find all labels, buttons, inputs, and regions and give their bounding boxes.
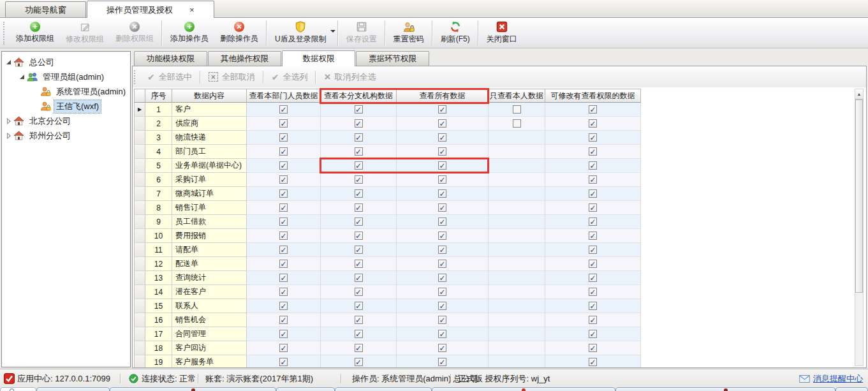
checkbox-checked[interactable]: ✓ [279, 189, 288, 198]
row-selector-cell[interactable] [134, 341, 145, 355]
window-tab-function-nav[interactable]: 功能导航窗 [5, 1, 86, 17]
checkbox-checked[interactable]: ✓ [279, 358, 288, 366]
tree-item-admin-group[interactable]: 管理员组(admin) [2, 70, 130, 84]
checkbox-checked[interactable]: ✓ [438, 218, 446, 226]
perm-tab-ticket-perm[interactable]: 票据环节权限 [356, 51, 429, 66]
checkbox-checked[interactable]: ✓ [355, 274, 363, 282]
checkbox-checked[interactable]: ✓ [438, 344, 446, 352]
checkbox-checked[interactable]: ✓ [589, 218, 597, 226]
checkbox-checked[interactable]: ✓ [355, 288, 363, 296]
selection-button-select-all[interactable]: ✔全部选中 [141, 71, 198, 83]
checkbox-checked[interactable]: ✓ [279, 344, 288, 352]
checkbox-checked[interactable]: ✓ [438, 330, 446, 338]
checkbox-checked[interactable]: ✓ [438, 175, 446, 184]
checkbox-checked[interactable]: ✓ [279, 330, 288, 338]
row-selector-cell[interactable] [134, 215, 145, 229]
tree-item-beijing-branch[interactable]: 北京分公司 [2, 114, 130, 128]
checkbox-checked[interactable]: ✓ [279, 203, 288, 212]
checkbox-checked[interactable]: ✓ [589, 203, 597, 212]
checkbox-checked[interactable]: ✓ [355, 147, 363, 156]
grid-column-header[interactable]: 只查看本人数据 [489, 89, 545, 103]
toolbar-button-delete-operator[interactable]: ×删除操作员 [214, 19, 264, 47]
row-selector-cell[interactable] [134, 257, 145, 271]
checkbox-checked[interactable]: ✓ [589, 232, 597, 240]
window-tab-operator-mgmt[interactable]: 操作员管理及授权× [87, 1, 214, 18]
selection-toolbar-grip[interactable] [134, 70, 138, 84]
checkbox-unchecked[interactable] [513, 105, 521, 114]
dock-segment[interactable] [335, 387, 432, 391]
vertical-scrollbar[interactable]: ▲ [855, 89, 864, 366]
checkbox-checked[interactable]: ✓ [438, 161, 446, 170]
row-selector-cell[interactable] [134, 187, 145, 201]
checkbox-checked[interactable]: ✓ [589, 316, 597, 324]
checkbox-checked[interactable]: ✓ [355, 232, 363, 240]
checkbox-checked[interactable]: ✓ [438, 246, 446, 254]
toolbar-button-ushield-login-limit[interactable]: U盾及登录限制 [269, 19, 335, 47]
checkbox-checked[interactable]: ✓ [438, 105, 446, 114]
toolbar-button-close-window[interactable]: 关闭窗口 [481, 19, 523, 47]
toolbar-grip[interactable] [3, 22, 7, 45]
checkbox-checked[interactable]: ✓ [279, 119, 288, 128]
grid-column-header[interactable]: 查看本部门人员数据 [247, 89, 321, 103]
checkbox-checked[interactable]: ✓ [355, 161, 363, 170]
scroll-up-button[interactable]: ▲ [855, 89, 863, 100]
checkbox-checked[interactable]: ✓ [279, 246, 288, 254]
toolbar-button-add-operator[interactable]: +添加操作员 [165, 19, 214, 47]
message-center-link[interactable]: 消息提醒中心 [813, 373, 863, 385]
checkbox-checked[interactable]: ✓ [279, 302, 288, 310]
chevron-down-icon[interactable] [330, 30, 335, 33]
dock-segment[interactable] [615, 387, 835, 391]
checkbox-checked[interactable]: ✓ [355, 175, 363, 184]
checkbox-checked[interactable]: ✓ [438, 232, 446, 240]
checkbox-unchecked[interactable] [513, 119, 521, 128]
row-selector-cell[interactable] [134, 229, 145, 243]
checkbox-checked[interactable]: ✓ [438, 147, 446, 156]
checkbox-checked[interactable]: ✓ [355, 302, 363, 310]
tree-expander[interactable] [4, 60, 13, 64]
expander-expanded-icon[interactable] [6, 60, 11, 64]
expander-collapsed-icon[interactable] [7, 133, 11, 139]
expander-collapsed-icon[interactable] [7, 118, 11, 124]
checkbox-checked[interactable]: ✓ [355, 105, 363, 114]
checkbox-checked[interactable]: ✓ [589, 105, 597, 114]
checkbox-checked[interactable]: ✓ [438, 119, 446, 128]
expander-expanded-icon[interactable] [20, 75, 24, 79]
tree-item-zhengzhou-branch[interactable]: 郑州分公司 [2, 128, 130, 143]
checkbox-checked[interactable]: ✓ [279, 260, 288, 268]
toolbar-button-delete-permission-group[interactable]: ×删除权限组 [110, 19, 159, 47]
checkbox-checked[interactable]: ✓ [355, 330, 363, 338]
perm-tab-data-perm[interactable]: 数据权限 [282, 50, 355, 66]
checkbox-checked[interactable]: ✓ [589, 288, 597, 296]
checkbox-checked[interactable]: ✓ [355, 218, 363, 226]
row-selector-cell[interactable]: ▶ [134, 103, 145, 117]
dock-segment[interactable] [0, 387, 36, 391]
row-selector-cell[interactable] [134, 159, 145, 173]
checkbox-checked[interactable]: ✓ [279, 274, 288, 282]
checkbox-checked[interactable]: ✓ [355, 246, 363, 254]
dock-segment[interactable] [432, 387, 615, 391]
checkbox-checked[interactable]: ✓ [279, 133, 288, 142]
perm-tab-module-perm[interactable]: 功能模块权限 [134, 51, 207, 66]
checkbox-checked[interactable]: ✓ [589, 274, 597, 282]
row-selector-cell[interactable] [134, 117, 145, 131]
checkbox-checked[interactable]: ✓ [589, 147, 597, 156]
checkbox-checked[interactable]: ✓ [438, 358, 446, 366]
checkbox-checked[interactable]: ✓ [589, 246, 597, 254]
checkbox-checked[interactable]: ✓ [279, 161, 288, 170]
checkbox-checked[interactable]: ✓ [279, 288, 288, 296]
row-selector-cell[interactable] [134, 201, 145, 215]
dock-segment[interactable] [835, 387, 868, 391]
row-selector-cell[interactable] [134, 271, 145, 285]
toolbar-button-add-permission-group[interactable]: +添加权限组 [10, 19, 60, 47]
checkbox-checked[interactable]: ✓ [355, 119, 363, 128]
checkbox-checked[interactable]: ✓ [355, 189, 363, 198]
checkbox-checked[interactable]: ✓ [589, 302, 597, 310]
scrollbar-thumb[interactable] [855, 100, 863, 293]
checkbox-checked[interactable]: ✓ [279, 232, 288, 240]
grid-column-header[interactable]: 查看本分支机构数据 [321, 89, 397, 103]
checkbox-checked[interactable]: ✓ [589, 330, 597, 338]
checkbox-checked[interactable]: ✓ [589, 119, 597, 128]
tree-item-wang-xinfei[interactable]: 王信飞(wxf) [2, 99, 130, 114]
row-selector-cell[interactable] [134, 131, 145, 145]
checkbox-checked[interactable]: ✓ [438, 260, 446, 268]
